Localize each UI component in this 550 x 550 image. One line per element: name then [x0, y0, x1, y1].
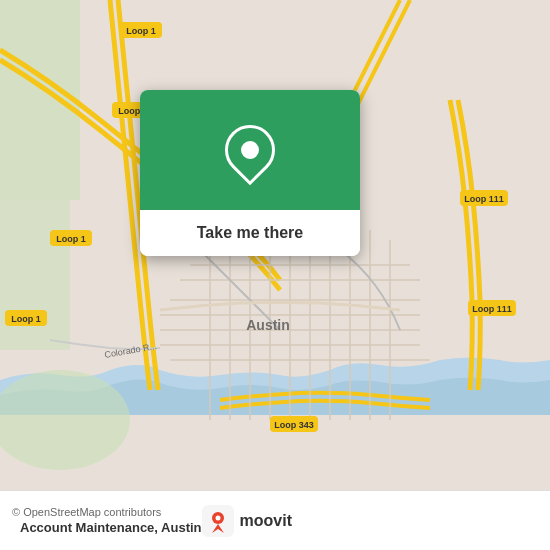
svg-text:Loop 1: Loop 1	[11, 314, 41, 324]
svg-text:Loop 111: Loop 111	[472, 304, 512, 314]
bottom-bar: © OpenStreetMap contributors Account Mai…	[0, 490, 550, 550]
moovit-icon	[202, 505, 234, 537]
popup-green-section	[140, 90, 360, 210]
attribution-text: © OpenStreetMap contributors	[12, 506, 202, 518]
svg-text:Loop 343: Loop 343	[274, 420, 314, 430]
moovit-logo: moovit	[202, 505, 292, 537]
popup-button-section: Take me there	[140, 210, 360, 256]
svg-rect-1	[0, 0, 80, 200]
page-title: Account Maintenance, Austin	[20, 520, 202, 535]
svg-text:Loop 1: Loop 1	[56, 234, 86, 244]
bottom-left-section: © OpenStreetMap contributors Account Mai…	[12, 506, 202, 535]
svg-text:Austin: Austin	[246, 317, 290, 333]
svg-point-22	[215, 515, 220, 520]
svg-text:Loop 1: Loop 1	[126, 26, 156, 36]
map-container: Loop 1 Loop 1 Loop 1 Loop 1 Loop 111 Loo…	[0, 0, 550, 490]
take-me-there-button[interactable]: Take me there	[154, 224, 346, 242]
svg-rect-2	[0, 200, 70, 350]
popup-card: Take me there	[140, 90, 360, 256]
location-pin-icon	[215, 115, 286, 186]
moovit-label: moovit	[240, 512, 292, 530]
svg-text:Loop 111: Loop 111	[464, 194, 504, 204]
